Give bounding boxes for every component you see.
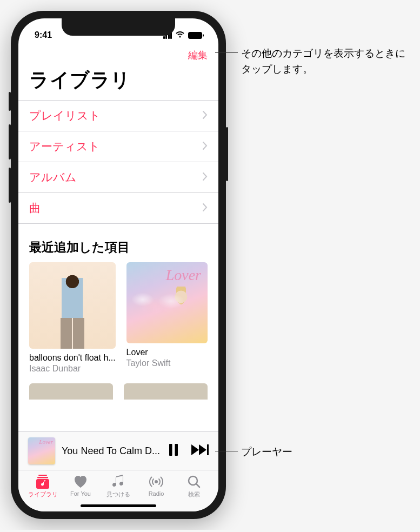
edit-button[interactable]: 編集 [188,49,208,62]
category-songs[interactable]: 曲 [18,193,218,224]
chevron-right-icon [203,141,208,152]
album-card[interactable]: balloons don't float h... Isaac Dunbar [29,262,116,374]
callout-edit: その他のカテゴリを表示するときにタップします。 [231,46,409,77]
now-playing-bar[interactable]: Lover You Need To Calm D... [18,431,218,470]
chevron-right-icon [203,172,208,183]
iphone-frame: 9:41 編集 ライブラリ プレイリスト [11,11,226,519]
callout-annotations: その他のカテゴリを表示するときにタップします。 プレーヤー [231,11,409,460]
album-grid: balloons don't float h... Isaac Dunbar L… [18,262,218,374]
category-artists[interactable]: アーティスト [18,131,218,162]
tab-label: For You [70,490,91,497]
tab-library[interactable]: ライブラリ [24,475,62,498]
tab-for-you[interactable]: For You [62,475,99,498]
chevron-right-icon [203,203,208,214]
svg-line-7 [196,484,199,487]
next-track-button[interactable] [191,444,209,457]
heart-icon [73,475,88,489]
album-artwork [29,383,113,400]
callout-player: プレーヤー [231,444,409,460]
screen: 9:41 編集 ライブラリ プレイリスト [18,18,218,511]
album-artwork [124,383,208,400]
tab-label: 見つける [106,490,130,498]
wifi-icon [175,30,185,40]
album-card[interactable] [124,383,208,400]
category-label: プレイリスト [29,108,101,123]
category-label: アーティスト [29,139,100,154]
page-title: ライブラリ [18,64,218,100]
library-icon [35,475,50,489]
album-artwork [29,262,116,349]
volume-up-button [9,124,11,159]
side-button [226,127,228,181]
home-indicator[interactable] [18,500,218,511]
category-playlists[interactable]: プレイリスト [18,101,218,131]
pause-button[interactable] [169,444,178,458]
cover-text: Lover [166,267,201,284]
notch [62,18,175,36]
svg-point-5 [155,480,158,483]
album-grid-row2 [18,383,218,400]
volume-down-button [9,168,11,203]
playback-controls [169,444,209,458]
tab-search[interactable]: 検索 [175,475,213,498]
cover-text: Lover [39,438,53,445]
status-time: 9:41 [35,30,52,40]
now-playing-title: You Need To Calm D... [62,445,162,457]
album-artist: Isaac Dunbar [29,364,116,374]
now-playing-artwork: Lover [28,437,55,464]
category-label: 曲 [29,201,41,216]
tab-label: Radio [149,490,164,497]
svg-rect-2 [38,475,47,476]
main-content[interactable]: プレイリスト アーティスト アルバム 曲 最近追加した項目 [18,100,218,431]
recently-added-header: 最近追加した項目 [18,224,218,262]
category-albums[interactable]: アルバム [18,162,218,193]
category-label: アルバム [29,170,77,185]
category-list: プレイリスト アーティスト アルバム 曲 [18,100,218,224]
album-artist: Taylor Swift [126,358,208,368]
mute-switch [9,92,11,111]
svg-rect-3 [37,477,48,478]
album-title: Lover [126,348,208,357]
tab-bar: ライブラリ For You 見つける Radio [18,470,218,500]
svg-rect-1 [175,444,178,456]
chevron-right-icon [203,110,208,122]
music-note-icon [111,475,126,489]
album-card[interactable] [29,383,113,400]
svg-rect-0 [169,444,172,456]
album-title: balloons don't float h... [29,353,116,363]
tab-radio[interactable]: Radio [137,475,175,498]
battery-icon [188,32,202,39]
album-artwork: Lover [126,262,208,343]
album-card[interactable]: Lover Lover Taylor Swift [126,262,208,374]
tab-label: 検索 [188,490,200,498]
nav-bar: 編集 [18,44,218,64]
tab-label: ライブラリ [28,490,58,498]
tab-browse[interactable]: 見つける [99,475,137,498]
radio-icon [149,475,164,489]
search-icon [186,475,202,489]
